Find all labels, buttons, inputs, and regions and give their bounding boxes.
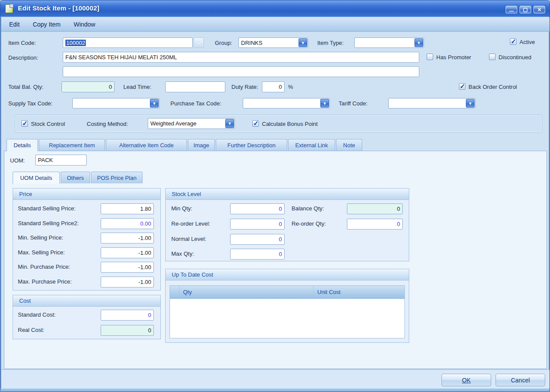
close-button[interactable] <box>533 6 545 14</box>
normal-level-label: Normal Level: <box>171 236 206 242</box>
min-selling-price-value: -1.00 <box>138 235 151 241</box>
menu-window[interactable]: Window <box>74 21 95 28</box>
reorder-level-value: 0 <box>279 221 282 227</box>
min-qty-value: 0 <box>279 206 282 212</box>
chevron-down-icon[interactable] <box>320 99 329 108</box>
document-icon <box>5 4 13 13</box>
max-purchase-price-label: Max. Purchase Price: <box>18 278 72 285</box>
total-bal-qty-value: 0 <box>109 84 112 90</box>
uom-label: UOM: <box>10 157 25 164</box>
subtab-pos-price-plan[interactable]: POS Price Plan <box>91 172 143 183</box>
edit-stock-item-window: Edit Stock Item - [100002] Edit Copy Ite… <box>0 0 550 392</box>
duty-rate-label: Duty Rate: <box>231 84 258 90</box>
lead-time-input[interactable] <box>165 81 225 92</box>
titlebar[interactable]: Edit Stock Item - [100002] <box>0 0 550 17</box>
group-select[interactable]: DRINKS <box>238 37 308 48</box>
calculate-bonus-point-checkbox[interactable] <box>252 120 259 127</box>
standard-selling-price2-input[interactable]: 0.00 <box>101 218 154 229</box>
tab-further-description[interactable]: Further Description <box>216 139 287 151</box>
standard-selling-price2-label: Standard Selling Price2: <box>18 220 78 226</box>
chevron-down-icon[interactable] <box>299 38 307 47</box>
lead-time-label: Lead Time: <box>123 84 151 90</box>
duty-rate-input[interactable]: 0 <box>262 81 285 92</box>
standard-selling-price-input[interactable]: 1.80 <box>101 203 154 214</box>
max-qty-input[interactable]: 0 <box>230 249 285 260</box>
max-purchase-price-input[interactable]: -1.00 <box>101 277 154 287</box>
calculate-bonus-point-label: Calculate Bonus Point <box>262 121 318 127</box>
standard-selling-price-label: Standard Selling Price: <box>18 205 75 212</box>
min-purchase-price-label: Min. Purchase Price: <box>18 264 70 270</box>
chevron-down-icon[interactable] <box>414 38 423 47</box>
back-order-control-label: Back Order Control <box>469 84 517 90</box>
description-input-2[interactable] <box>63 66 419 77</box>
item-code-label: Item Code: <box>8 40 36 46</box>
uom-value: PACK <box>38 157 53 163</box>
up-to-date-cost-grid: Qty Unit Cost <box>170 285 405 338</box>
min-selling-price-input[interactable]: -1.00 <box>101 233 154 243</box>
normal-level-value: 0 <box>279 236 282 243</box>
min-qty-label: Min Qty: <box>171 205 192 212</box>
standard-cost-value: 0 <box>148 312 151 318</box>
window-title: Edit Stock Item - [100002] <box>18 4 99 12</box>
standard-cost-input[interactable]: 0 <box>101 310 154 321</box>
item-type-select[interactable] <box>354 37 424 48</box>
description-label: Description: <box>8 54 38 61</box>
grid-col-unit-cost[interactable]: Unit Cost <box>314 286 404 298</box>
stock-control-checkbox[interactable] <box>21 120 28 127</box>
reorder-qty-label: Re-order Qty: <box>292 220 326 227</box>
cancel-button[interactable]: Cancel <box>496 374 545 386</box>
maximize-button[interactable] <box>519 6 531 14</box>
cancel-button-label: Cancel <box>511 377 530 384</box>
uom-input[interactable]: PACK <box>35 155 87 166</box>
max-purchase-price-value: -1.00 <box>138 279 151 285</box>
has-promoter-checkbox[interactable] <box>427 54 433 60</box>
price-group-header: Price <box>13 189 160 200</box>
grid-col-qty[interactable]: Qty <box>180 286 314 298</box>
normal-level-input[interactable]: 0 <box>230 234 285 245</box>
min-purchase-price-input[interactable]: -1.00 <box>101 262 154 273</box>
description-value: F&N SEASONS TEH HIJAU MELATI 250ML <box>65 54 177 61</box>
tab-replacement-item[interactable]: Replacement Item <box>39 139 105 151</box>
back-order-control-checkbox[interactable] <box>459 83 465 90</box>
chevron-down-icon[interactable] <box>150 99 159 108</box>
item-type-label: Item Type: <box>317 40 343 46</box>
tab-external-link[interactable]: External Link <box>288 139 335 151</box>
supply-tax-code-label: Supply Tax Code: <box>8 100 53 107</box>
subtab-uom-details[interactable]: UOM Details <box>13 172 60 184</box>
max-qty-label: Max Qty: <box>171 250 194 257</box>
standard-cost-label: Standard Cost: <box>18 311 56 318</box>
costing-method-label: Costing Method: <box>87 121 128 127</box>
tab-image[interactable]: Image <box>188 139 215 151</box>
supply-tax-code-select[interactable] <box>72 98 160 108</box>
tab-alternative-item-code[interactable]: Alternative Item Code <box>106 139 187 151</box>
min-qty-input[interactable]: 0 <box>230 203 285 214</box>
discontinued-checkbox[interactable] <box>489 54 496 60</box>
real-cost-value: 0 <box>148 327 151 334</box>
purchase-tax-code-select[interactable] <box>243 98 330 108</box>
group-value: DRINKS <box>241 40 262 46</box>
menu-copy-item[interactable]: Copy Item <box>33 21 61 28</box>
description-input-1[interactable]: F&N SEASONS TEH HIJAU MELATI 250ML <box>63 52 419 63</box>
costing-method-value: Weighted Average <box>150 120 197 127</box>
menu-edit[interactable]: Edit <box>9 21 20 28</box>
item-code-input[interactable]: 100002 <box>63 37 193 48</box>
tab-details[interactable]: Details <box>7 139 38 151</box>
reorder-qty-input[interactable]: 0 <box>347 219 403 230</box>
active-checkbox[interactable] <box>510 38 516 45</box>
cost-group-header: Cost <box>13 295 160 307</box>
ok-button[interactable]: OK <box>441 374 491 386</box>
footer-bar: OK Cancel <box>1 369 550 389</box>
item-code-lookup-button[interactable] <box>194 37 204 48</box>
costing-method-select[interactable]: Weighted Average <box>148 118 235 129</box>
purchase-tax-code-label: Purchase Tax Code: <box>170 100 221 107</box>
minimize-button[interactable] <box>506 6 517 14</box>
subtab-others[interactable]: Others <box>61 172 90 183</box>
chevron-down-icon[interactable] <box>466 99 475 108</box>
tariff-code-select[interactable] <box>388 98 475 108</box>
reorder-qty-value: 0 <box>397 221 400 227</box>
max-selling-price-input[interactable]: -1.00 <box>101 247 154 258</box>
stock-level-group-header: Stock Level <box>166 189 409 200</box>
tab-note[interactable]: Note <box>336 139 362 151</box>
chevron-down-icon[interactable] <box>225 119 234 128</box>
reorder-level-input[interactable]: 0 <box>230 219 285 230</box>
